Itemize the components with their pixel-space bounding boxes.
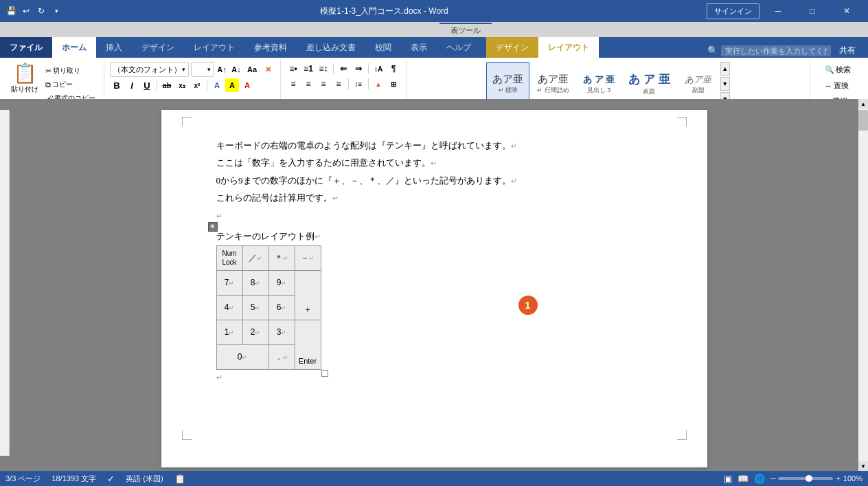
numpad-multiply: ＊↵ — [269, 245, 295, 270]
tab-review[interactable]: 校閲 — [365, 37, 401, 58]
line-spacing-button[interactable]: ↕≡ — [352, 77, 365, 91]
highlight-button[interactable]: A — [225, 78, 239, 92]
numpad-6: 6↵ — [269, 295, 295, 320]
text-line-4: これらの記号は計算用です。↵ — [216, 190, 652, 206]
save-icon[interactable]: 💾 — [5, 5, 16, 16]
close-button[interactable]: ✕ — [831, 0, 863, 22]
tab-design[interactable]: デザイン — [132, 37, 184, 58]
tab-home[interactable]: ホーム — [52, 37, 96, 58]
find-button[interactable]: 🔍検索 — [822, 63, 854, 76]
text-effects-button[interactable]: A — [210, 78, 224, 92]
corner-mark-tr — [677, 117, 687, 126]
zoom-slider-thumb[interactable] — [806, 475, 812, 482]
undo-icon[interactable]: ↩ — [21, 5, 32, 16]
numpad-container: ✥ テンキーのレイアウト例↵ NumLock ／↵ ＊↵ －↵ 7↵ 8↵ 9↵… — [216, 230, 321, 370]
left-ruler-strip — [0, 110, 10, 456]
numpad-plus: ＋ — [295, 270, 321, 320]
numbering-button[interactable]: ≡1 — [301, 62, 315, 76]
increase-font-button[interactable]: A↑ — [215, 63, 229, 76]
numpad-row-1: 7↵ 8↵ 9↵ ＋ — [216, 270, 321, 295]
cut-button[interactable]: ✂切り取り — [43, 65, 98, 77]
view-normal-icon[interactable]: ▣ — [724, 474, 732, 484]
subscript-button[interactable]: x₂ — [175, 78, 189, 92]
tab-references[interactable]: 参考資料 — [244, 37, 297, 58]
accessibility-icon[interactable]: ✓ — [107, 474, 115, 484]
justify-button[interactable]: ≡ — [332, 77, 345, 91]
numpad-label: テンキーのレイアウト例↵ — [216, 230, 321, 243]
copy-button[interactable]: ⧉コピー — [43, 78, 98, 91]
strikethrough-button[interactable]: ab — [160, 78, 174, 92]
share-button[interactable]: 共有 — [834, 43, 861, 58]
zoom-slider[interactable] — [778, 477, 833, 480]
bold-button[interactable]: B — [110, 78, 124, 92]
superscript-button[interactable]: x² — [190, 78, 204, 92]
restore-button[interactable]: □ — [797, 0, 828, 22]
multilevel-list-button[interactable]: ≡↕ — [317, 62, 330, 76]
decrease-indent-button[interactable]: ⇐ — [336, 62, 350, 76]
document-title: 模擬1-1-3_入門コース.docx - Word — [62, 5, 707, 17]
styles-scroll-up[interactable]: ▲ — [720, 62, 730, 76]
title-bar-left: 💾 ↩ ↻ ▾ — [5, 5, 62, 16]
align-right-button[interactable]: ≡ — [317, 77, 330, 91]
text-line-3: 0から9までの数字のほかに『＋、－、＊、／』といった記号があります。↵ — [216, 173, 652, 188]
shading-button[interactable]: ▲ — [372, 77, 385, 91]
align-center-button[interactable]: ≡ — [301, 77, 315, 91]
numpad-5: 5↵ — [242, 295, 269, 320]
minimize-button[interactable]: ─ — [762, 0, 794, 22]
tab-help[interactable]: ヘルプ — [437, 37, 481, 58]
align-left-button[interactable]: ≡ — [286, 77, 300, 91]
borders-button[interactable]: ⊞ — [387, 77, 400, 91]
font-size-selector[interactable]: ▾ — [191, 62, 214, 77]
corner-mark-bl — [182, 430, 192, 440]
numpad-7: 7↵ — [216, 270, 242, 295]
font-color-button[interactable]: A — [240, 78, 254, 92]
redo-icon[interactable]: ↻ — [36, 5, 47, 16]
replace-button[interactable]: ↔置換 — [822, 79, 852, 92]
zoom-out-button[interactable]: ─ — [770, 474, 776, 483]
document-text: キーボードの右端の電卓のような配列は『テンキー』と呼ばれています。↵ ここは「数… — [216, 137, 652, 223]
italic-button[interactable]: I — [125, 78, 139, 92]
sort-button[interactable]: ↕A — [372, 62, 385, 76]
tab-insert[interactable]: 挿入 — [96, 37, 132, 58]
search-input[interactable] — [721, 45, 831, 56]
numpad-1: 1↵ — [216, 320, 242, 344]
clear-format-button[interactable]: ✕ — [261, 63, 275, 76]
zoom-level: 100% — [843, 474, 863, 483]
underline-button[interactable]: U — [140, 78, 154, 92]
text-line-2: ここは「数字」を入力するために用意されています。↵ — [216, 155, 652, 170]
view-web-icon[interactable]: 🌐 — [754, 474, 765, 484]
show-formatting-button[interactable]: ¶ — [387, 62, 400, 76]
status-bar-right: ▣ 📖 🌐 ─ + 100% — [724, 474, 863, 484]
styles-scroll-down[interactable]: ▼ — [720, 77, 730, 91]
word-count: 18/1393 文字 — [52, 474, 96, 484]
table-resize-handle[interactable] — [321, 370, 328, 377]
customize-qat-icon[interactable]: ▾ — [51, 5, 62, 16]
table-move-handle[interactable]: ✥ — [208, 222, 218, 232]
tab-file[interactable]: ファイル — [0, 37, 52, 58]
tab-table-layout[interactable]: レイアウト — [538, 37, 599, 58]
vertical-scrollbar[interactable]: ▲ ▼ — [858, 99, 868, 471]
text-blank-2: ↵ — [216, 373, 652, 382]
view-reading-icon[interactable]: 📖 — [738, 474, 749, 484]
zoom-in-button[interactable]: + — [836, 474, 840, 483]
paste-button[interactable]: 📋 貼り付け — [8, 62, 41, 96]
bullets-button[interactable]: ≡• — [286, 62, 300, 76]
change-case-button[interactable]: Aa — [245, 63, 259, 76]
tab-layout[interactable]: レイアウト — [184, 37, 244, 58]
tab-view[interactable]: 表示 — [401, 37, 437, 58]
font-name-selector[interactable]: （本文のフォント） ▾ — [110, 62, 189, 77]
sign-in-button[interactable]: サインイン — [707, 3, 760, 19]
track-changes-icon[interactable]: 📋 — [174, 474, 185, 484]
scroll-up-button[interactable]: ▲ — [858, 99, 868, 109]
ribbon-search-area: 🔍 共有 — [707, 43, 868, 58]
ribbon-tab-bar: ファイル ホーム 挿入 デザイン レイアウト 参考資料 差し込み文書 校閲 表示… — [0, 37, 868, 58]
decrease-font-button[interactable]: A↓ — [229, 63, 243, 76]
scrollbar-thumb[interactable] — [858, 110, 868, 131]
tab-table-design[interactable]: デザイン — [486, 37, 538, 58]
numpad-3: 3↵ — [269, 320, 295, 344]
tab-mailings[interactable]: 差し込み文書 — [297, 37, 365, 58]
numpad-0: 0↵ — [216, 344, 269, 369]
table-tools-header: 表ツール — [0, 22, 868, 37]
increase-indent-button[interactable]: ⇒ — [352, 62, 365, 76]
scroll-down-button[interactable]: ▼ — [858, 461, 868, 471]
